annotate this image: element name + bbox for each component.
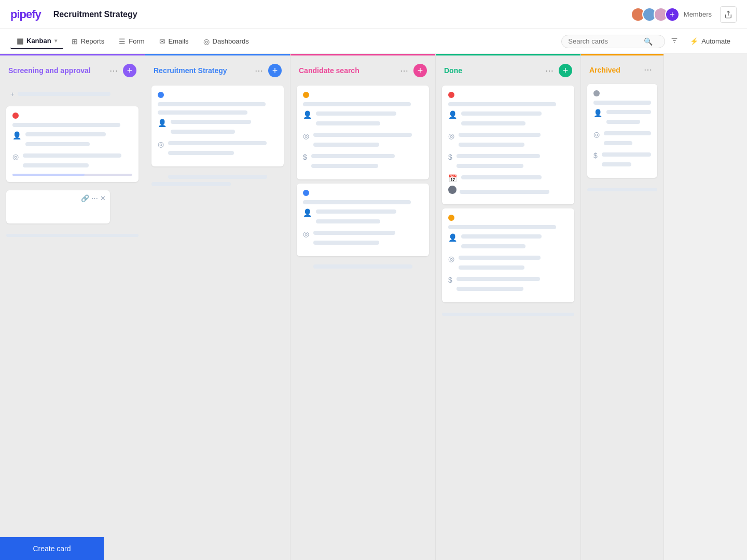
card-done-1[interactable]: 👤 ◎ $ (442, 86, 574, 204)
emails-icon: ✉ (159, 37, 165, 46)
members-label: Members (684, 10, 712, 18)
column-actions: ⋯ + (106, 64, 136, 77)
kanban-tab[interactable]: ▦ Kanban ▾ (10, 34, 63, 49)
card-dot (303, 92, 309, 98)
recruitment-footer (151, 171, 284, 192)
person-icon: 👤 (448, 110, 457, 119)
card-candidate-1[interactable]: 👤 ◎ $ (297, 86, 429, 179)
radio-icon: ◎ (303, 132, 309, 140)
kanban-label: Kanban (26, 37, 51, 45)
card-dot (303, 190, 309, 196)
card-archived-1[interactable]: 👤 ◎ $ (587, 84, 657, 178)
column-done: Done ⋯ + 👤 ◎ (436, 54, 581, 560)
calendar-icon: 📅 (448, 174, 457, 183)
chevron-down-icon: ▾ (54, 38, 57, 44)
card-recruitment-1[interactable]: 👤 ◎ (151, 86, 284, 166)
share-button[interactable] (720, 6, 737, 23)
column-title-recruitment: Recruitment Strategy (154, 66, 247, 75)
radio-icon: ◎ (303, 230, 309, 238)
reports-tab[interactable]: ⊞ Reports (65, 34, 111, 49)
card-screening-float[interactable]: 🔗 ⋯ ✕ (6, 190, 110, 223)
filter-button[interactable] (667, 33, 682, 50)
add-member-avatar[interactable]: + (665, 7, 680, 22)
column-menu-done[interactable]: ⋯ (542, 65, 557, 77)
create-card-button[interactable]: Create card (0, 537, 104, 560)
members-area: + Members (631, 7, 712, 22)
card-tag-row (448, 186, 568, 198)
create-card-label: Create card (33, 544, 71, 553)
card-candidate-2[interactable]: 👤 ◎ (297, 184, 429, 256)
column-actions-recruitment: ⋯ + (252, 64, 282, 77)
emails-label: Emails (169, 37, 189, 45)
card-title-skeleton (303, 200, 411, 204)
link-icon[interactable]: 🔗 (81, 194, 89, 202)
person-icon: 👤 (12, 131, 21, 139)
form-icon: ☰ (119, 37, 126, 46)
dashboards-tab[interactable]: ◎ Dashboards (197, 34, 255, 49)
dollar-icon: $ (303, 153, 307, 161)
automate-icon: ⚡ (690, 37, 698, 45)
card-dollar-row: $ (448, 152, 568, 170)
search-input[interactable] (568, 37, 641, 45)
person-icon: 👤 (448, 233, 457, 242)
card-person-row: 👤 (448, 232, 568, 250)
card-title-skeleton (593, 101, 651, 105)
column-body-screening: + 👤 ◎ (0, 81, 145, 560)
column-archived: Archived ⋯ 👤 ◎ (581, 54, 664, 560)
kanban-icon: ▦ (17, 37, 23, 45)
card-progress (12, 174, 132, 176)
card-done-2[interactable]: 👤 ◎ $ (442, 208, 574, 302)
column-menu-archived[interactable]: ⋯ (641, 64, 655, 76)
radio-icon: ◎ (448, 255, 454, 263)
add-card-screening[interactable]: + (123, 64, 136, 77)
radio-icon: ◎ (448, 132, 454, 140)
column-menu-screening[interactable]: ⋯ (106, 65, 121, 77)
column-menu-candidate[interactable]: ⋯ (397, 65, 411, 77)
card-title-skeleton (303, 102, 411, 106)
add-card-done[interactable]: + (559, 64, 572, 77)
card-radio-row: ◎ (448, 131, 568, 149)
card-screening-1[interactable]: 👤 ◎ (6, 106, 139, 182)
column-header-archived: Archived ⋯ (581, 54, 663, 80)
logo: pipefy (10, 8, 41, 21)
add-card-recruitment[interactable]: + (268, 64, 282, 77)
add-card-inline-screening[interactable]: + (6, 86, 139, 102)
add-card-candidate[interactable]: + (413, 64, 427, 77)
search-icon: 🔍 (644, 37, 653, 46)
card-person-row: 👤 (158, 118, 278, 136)
automate-button[interactable]: ⚡ Automate (684, 34, 737, 48)
card-sub-skeleton (158, 110, 247, 115)
column-body-candidate: 👤 ◎ $ (290, 81, 435, 560)
card-title-skeleton (448, 225, 556, 229)
card-dollar-row: $ (303, 152, 423, 170)
column-footer-skeleton (6, 228, 139, 243)
app-title: Recruitment Strategy (53, 10, 622, 19)
form-tab[interactable]: ☰ Form (113, 34, 150, 49)
column-title-screening: Screening and approval (8, 66, 102, 75)
person-icon: 👤 (303, 110, 312, 119)
dollar-icon: $ (448, 276, 452, 284)
column-screening: Screening and approval ⋯ + + 👤 (0, 54, 145, 560)
search-bar[interactable]: 🔍 (561, 35, 665, 48)
toolbar: ▦ Kanban ▾ ⊞ Reports ☰ Form ✉ Emails ◎ D… (0, 29, 747, 54)
column-header-recruitment: Recruitment Strategy ⋯ + (145, 54, 290, 81)
card-assignee-row: 👤 (12, 130, 132, 148)
done-footer (442, 306, 574, 322)
card-person-row: 👤 (303, 207, 423, 226)
card-radio-row: ◎ (303, 131, 423, 149)
top-bar: pipefy Recruitment Strategy + Members (0, 0, 747, 29)
radio-icon: ◎ (12, 152, 19, 161)
automate-label: Automate (701, 37, 730, 45)
more-icon[interactable]: ⋯ (91, 194, 98, 202)
candidate-footer (297, 260, 429, 273)
close-icon[interactable]: ✕ (100, 194, 106, 202)
emails-tab[interactable]: ✉ Emails (153, 34, 195, 49)
column-body-recruitment: 👤 ◎ (145, 81, 290, 560)
column-menu-recruitment[interactable]: ⋯ (252, 65, 266, 77)
column-title-done: Done (444, 66, 538, 75)
dashboards-label: Dashboards (213, 37, 249, 45)
plus-icon: + (10, 90, 15, 98)
card-dollar-row: $ (593, 150, 651, 169)
card-radio-row: ◎ (593, 129, 651, 147)
radio-icon: ◎ (158, 140, 164, 148)
